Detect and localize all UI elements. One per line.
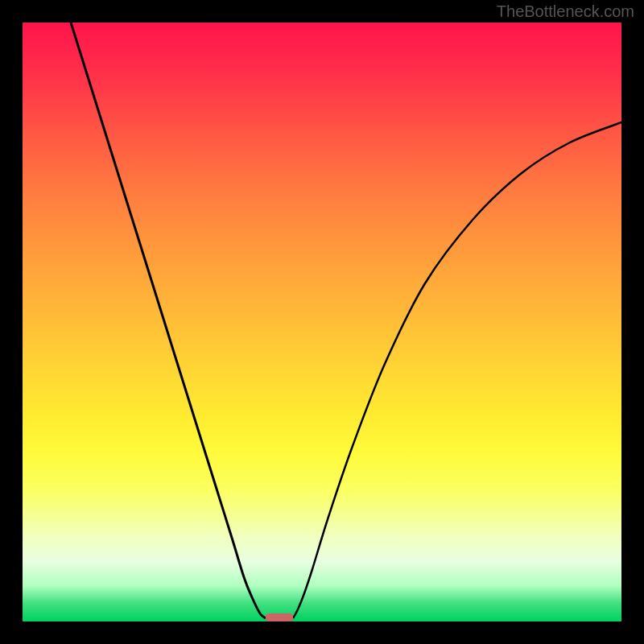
chart-frame — [23, 23, 621, 621]
bottleneck-marker — [266, 613, 293, 621]
right-curve-path — [293, 122, 621, 618]
left-curve-path — [71, 23, 266, 618]
chart-curves-svg — [23, 23, 621, 621]
watermark-text: TheBottleneck.com — [497, 2, 634, 21]
